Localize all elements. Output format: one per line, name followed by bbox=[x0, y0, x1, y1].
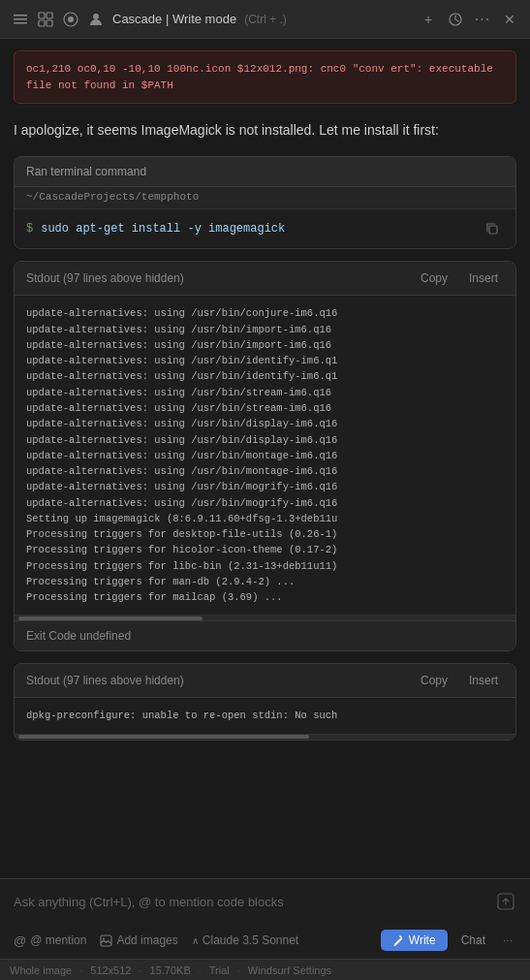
stdout-line: update-alternatives: using /usr/bin/iden… bbox=[26, 353, 504, 368]
titlebar-left: Cascade | Write mode (Ctrl + .) bbox=[12, 11, 287, 28]
stdout-insert-button-1[interactable]: Insert bbox=[463, 269, 504, 287]
stdout-title-1: Stdout (97 lines above hidden) bbox=[26, 271, 184, 285]
stdout-line: update-alternatives: using /usr/bin/stre… bbox=[26, 400, 504, 416]
terminal-command-text: sudo apt-get install -y imagemagick bbox=[41, 222, 473, 236]
mention-label: @ mention bbox=[30, 933, 86, 947]
error-block: oc1,210 oc0,10 -10,10 100nc.icon $12x012… bbox=[14, 50, 516, 104]
mention-icon: @ bbox=[14, 933, 26, 948]
stdout-line: update-alternatives: using /usr/bin/impo… bbox=[26, 337, 504, 353]
stdout-actions-1: Copy Insert bbox=[415, 269, 504, 287]
chat-button[interactable]: Chat bbox=[453, 930, 493, 951]
toolbar-right: Write Chat ··· bbox=[381, 930, 516, 951]
stdout-line: Processing triggers for libc-bin (2.31-1… bbox=[26, 558, 504, 574]
add-tab-button[interactable]: + bbox=[420, 11, 437, 28]
close-button[interactable]: ✕ bbox=[501, 11, 518, 28]
model-caret-icon: ∧ bbox=[192, 935, 199, 946]
stdout-line: Processing triggers for mailcap (3.69) .… bbox=[26, 589, 504, 605]
stdout-block-2: Stdout (97 lines above hidden) Copy Inse… bbox=[14, 663, 516, 740]
grid-icon[interactable] bbox=[62, 11, 79, 28]
stdout-line: dpkg-preconfigure: unable to re-open std… bbox=[26, 708, 504, 723]
model-label: Claude 3.5 Sonnet bbox=[203, 933, 298, 947]
status-dimensions: 512x512 bbox=[90, 964, 131, 976]
stdout-line: update-alternatives: using /usr/bin/mogr… bbox=[26, 495, 504, 511]
assistant-text: I apologize, it seems ImageMagick is not… bbox=[14, 122, 439, 138]
svg-rect-3 bbox=[39, 13, 45, 18]
svg-rect-13 bbox=[101, 935, 111, 946]
svg-rect-2 bbox=[14, 22, 27, 24]
svg-rect-5 bbox=[39, 20, 45, 26]
status-filesize: 15.70KB bbox=[150, 964, 191, 976]
chat-area: oc1,210 oc0,10 -10,10 100nc.icon $12x012… bbox=[0, 39, 530, 878]
write-label: Write bbox=[409, 933, 436, 947]
stdout-line: update-alternatives: using /usr/bin/conj… bbox=[26, 305, 504, 321]
svg-point-9 bbox=[93, 14, 99, 19]
exit-code: Exit Code undefined bbox=[15, 620, 515, 650]
stdout-content-1: update-alternatives: using /usr/bin/conj… bbox=[15, 296, 515, 615]
svg-point-14 bbox=[103, 937, 105, 939]
status-plan: Trial bbox=[209, 964, 230, 976]
stdout-line: update-alternatives: using /usr/bin/mont… bbox=[26, 448, 504, 463]
scrollbar-thumb-1[interactable] bbox=[18, 616, 203, 620]
terminal-path-text: ~/CascadeProjects/tempphoto bbox=[26, 191, 199, 203]
status-separator-3: · bbox=[199, 964, 202, 976]
add-images-button[interactable]: Add images bbox=[100, 933, 177, 947]
svg-rect-6 bbox=[47, 20, 52, 26]
status-separator-2: · bbox=[139, 964, 141, 976]
terminal-command-line: $ sudo apt-get install -y imagemagick bbox=[15, 208, 515, 248]
svg-rect-1 bbox=[14, 18, 27, 20]
input-toolbar: @ @ mention Add images ∧ Claude 3.5 Sonn… bbox=[0, 924, 530, 959]
svg-point-8 bbox=[68, 16, 74, 22]
svg-rect-4 bbox=[47, 13, 52, 18]
titlebar-shortcut: (Ctrl + .) bbox=[244, 13, 287, 26]
scrollbar-thumb-2[interactable] bbox=[18, 735, 309, 739]
svg-rect-11 bbox=[489, 226, 497, 234]
stdout-line: update-alternatives: using /usr/bin/impo… bbox=[26, 322, 504, 337]
stdout-header-2: Stdout (97 lines above hidden) Copy Inse… bbox=[15, 664, 515, 698]
mention-button[interactable]: @ @ mention bbox=[14, 933, 86, 948]
stdout-line: update-alternatives: using /usr/bin/mogr… bbox=[26, 479, 504, 494]
input-area: Ask anything (Ctrl+L), @ to mention code… bbox=[0, 878, 530, 959]
terminal-header-label: Ran terminal command bbox=[26, 165, 146, 178]
model-selector[interactable]: ∧ Claude 3.5 Sonnet bbox=[192, 933, 298, 947]
exit-code-text: Exit Code undefined bbox=[26, 629, 131, 643]
toolbar-more-button[interactable]: ··· bbox=[499, 930, 516, 951]
avatar-icon[interactable] bbox=[87, 11, 105, 28]
stdout-block-1: Stdout (97 lines above hidden) Copy Inse… bbox=[14, 261, 516, 651]
stdout-line: Setting up imagemagick (8:6.9.11.60+dfsg… bbox=[26, 511, 504, 526]
layout-icon[interactable] bbox=[37, 11, 54, 28]
titlebar-right: + ··· ✕ bbox=[420, 11, 518, 28]
stdout-copy-button-2[interactable]: Copy bbox=[415, 672, 453, 689]
write-button[interactable]: Write bbox=[381, 930, 448, 951]
titlebar-window-icons bbox=[12, 11, 105, 28]
history-button[interactable] bbox=[447, 11, 464, 28]
terminal-header: Ran terminal command bbox=[15, 157, 515, 187]
stdout-content-2: dpkg-preconfigure: unable to re-open std… bbox=[15, 698, 515, 733]
stdout-copy-button-1[interactable]: Copy bbox=[415, 269, 453, 287]
add-images-label: Add images bbox=[116, 933, 177, 947]
terminal-copy-button[interactable] bbox=[481, 217, 504, 240]
scrollbar-track-2[interactable] bbox=[15, 734, 515, 740]
more-button[interactable]: ··· bbox=[474, 11, 491, 28]
status-bar: Whole image · 512x512 · 15.70KB · Trial … bbox=[0, 959, 530, 980]
stdout-header-1: Stdout (97 lines above hidden) Copy Inse… bbox=[15, 262, 515, 296]
svg-rect-0 bbox=[14, 15, 27, 16]
stdout-insert-button-2[interactable]: Insert bbox=[463, 672, 504, 689]
stdout-line: update-alternatives: using /usr/bin/iden… bbox=[26, 368, 504, 384]
status-whole-image: Whole image bbox=[10, 964, 72, 976]
stdout-line: update-alternatives: using /usr/bin/disp… bbox=[26, 432, 504, 448]
titlebar: Cascade | Write mode (Ctrl + .) + ··· ✕ bbox=[0, 0, 530, 39]
stdout-line: update-alternatives: using /usr/bin/disp… bbox=[26, 416, 504, 431]
input-placeholder: Ask anything (Ctrl+L), @ to mention code… bbox=[14, 895, 487, 909]
terminal-path: ~/CascadeProjects/tempphoto bbox=[15, 187, 515, 208]
sidebar-toggle-icon[interactable] bbox=[12, 11, 29, 28]
titlebar-title: Cascade | Write mode bbox=[112, 12, 236, 26]
status-settings[interactable]: Windsurf Settings bbox=[248, 964, 331, 976]
assistant-message: I apologize, it seems ImageMagick is not… bbox=[14, 115, 516, 144]
status-separator-1: · bbox=[79, 964, 82, 976]
stdout-line: Processing triggers for man-db (2.9.4-2)… bbox=[26, 574, 504, 589]
send-button[interactable] bbox=[495, 891, 516, 912]
error-text: oc1,210 oc0,10 -10,10 100nc.icon $12x012… bbox=[26, 63, 493, 91]
terminal-block: Ran terminal command ~/CascadeProjects/t… bbox=[14, 156, 516, 249]
stdout-line: update-alternatives: using /usr/bin/mont… bbox=[26, 463, 504, 479]
terminal-prompt: $ bbox=[26, 222, 33, 236]
